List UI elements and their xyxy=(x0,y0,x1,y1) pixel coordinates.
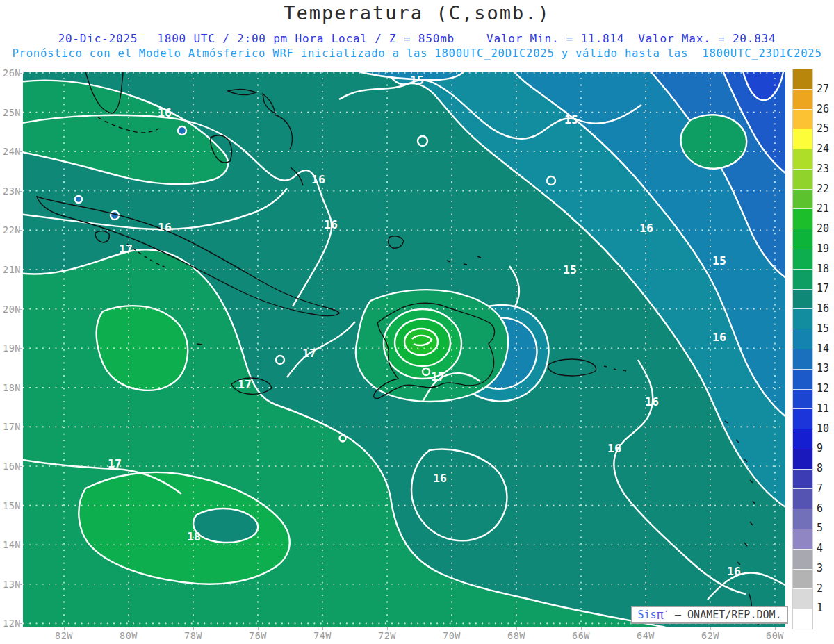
colorbar-swatch xyxy=(793,609,812,629)
colorbar-swatch xyxy=(793,408,812,429)
colorbar-tick-label: 16 xyxy=(817,302,829,315)
forecast-map: 1516151616161716151516171717161617161816… xyxy=(23,72,785,627)
colorbar-swatch xyxy=(793,449,812,469)
colorbar-tick-label: 8 xyxy=(817,462,823,474)
lon-axis-label: 78W xyxy=(178,630,208,641)
lon-axis-tick xyxy=(258,627,259,630)
colorbar-swatch xyxy=(793,488,812,509)
lat-axis-label: 19N xyxy=(0,342,21,354)
contour-label: 17 xyxy=(302,347,316,360)
forecast-run: 1800 UTC / 2:00 pm Hora Local / Z = 850m… xyxy=(138,32,455,45)
colorbar-tick-label: 18 xyxy=(817,263,829,275)
contour-label: 16 xyxy=(158,106,172,119)
contour-label: 16 xyxy=(158,221,172,234)
colorbar-tick-label: 22 xyxy=(817,183,829,195)
forecast-date: 20-Dic-2025 xyxy=(58,32,138,45)
contour-label: 15 xyxy=(563,263,577,276)
contour-label: 16 xyxy=(639,222,653,235)
lat-axis-label: 23N xyxy=(0,185,21,197)
lat-axis-tick xyxy=(19,113,22,113)
contour-label: 16 xyxy=(712,331,726,344)
colorbar-tick-label: 2 xyxy=(817,582,823,595)
value-max: Valor Max. = 20.834 xyxy=(624,32,776,45)
lon-axis-label: 66W xyxy=(566,630,596,641)
colorbar-tick-label: 25 xyxy=(817,122,829,135)
lon-axis-label: 68W xyxy=(501,630,532,641)
colorbar-swatch xyxy=(793,149,812,169)
watermark-pi-icon: π xyxy=(657,608,664,622)
colorbar-tick-label: 11 xyxy=(817,402,829,415)
colorbar-tick-label: 7 xyxy=(817,482,823,495)
colorbar-swatch xyxy=(793,549,812,569)
lat-axis-tick xyxy=(19,388,22,388)
lat-axis-tick xyxy=(19,466,22,467)
contour-label: 16 xyxy=(727,565,741,578)
lon-axis-tick xyxy=(452,627,452,630)
lon-axis-tick xyxy=(322,627,323,630)
colorbar-swatch xyxy=(793,208,812,229)
colorbar-swatch xyxy=(793,89,812,109)
colorbar-swatch xyxy=(793,249,812,269)
colorbar-tick-label: 17 xyxy=(817,282,829,295)
colorbar-swatch xyxy=(793,189,812,209)
colorbar-tick-label: 14 xyxy=(817,342,829,355)
contour-label: 16 xyxy=(433,472,447,485)
lon-axis-label: 64W xyxy=(630,630,661,641)
lat-axis-tick xyxy=(19,73,22,74)
lon-axis-label: 74W xyxy=(307,630,338,641)
band-20-21-warm-core xyxy=(404,329,438,355)
colorbar-swatch xyxy=(793,169,812,189)
colorbar-tick-label: 19 xyxy=(817,242,829,255)
contour-label: 16 xyxy=(607,442,621,455)
lat-axis-tick xyxy=(19,230,22,231)
contour-label: 16 xyxy=(645,395,659,408)
temperature-field: 1516151616161716151516171717161617161816 xyxy=(23,72,785,627)
colorbar-swatch xyxy=(793,429,812,449)
value-min: Valor Min. = 11.814 xyxy=(455,32,624,45)
colorbar-swatch xyxy=(793,369,812,389)
contour-label: 16 xyxy=(311,173,325,186)
colorbar-tick-label: 9 xyxy=(817,442,823,454)
watermark-sis: Sis xyxy=(637,609,656,621)
lon-axis-tick xyxy=(710,627,711,630)
contour-label: 15 xyxy=(712,254,726,267)
colorbar-swatch xyxy=(793,129,812,149)
lat-axis-label: 24N xyxy=(0,146,21,157)
colorbar-tick-label: 6 xyxy=(817,502,823,515)
lon-axis-tick xyxy=(129,627,129,630)
colorbar-swatch xyxy=(793,469,812,489)
lat-axis-label: 14N xyxy=(0,539,21,550)
colorbar-swatch xyxy=(793,588,812,609)
forecast-header-line1: 20-Dic-20251800 UTC / 2:00 pm Hora Local… xyxy=(0,32,834,45)
band-17-18-upper-right xyxy=(681,115,747,168)
lat-axis-label: 20N xyxy=(0,304,21,315)
contour-label: 15 xyxy=(564,113,578,126)
watermark-accent: ´ xyxy=(664,610,669,620)
colorbar-swatch xyxy=(793,229,812,249)
lon-axis-label: 60W xyxy=(760,630,790,641)
colorbar-tick-label: 1 xyxy=(817,602,823,614)
colorbar-swatch xyxy=(793,289,812,309)
contour-label: 17 xyxy=(108,457,122,470)
lat-axis-tick xyxy=(19,584,22,585)
lat-axis-label: 21N xyxy=(0,264,21,275)
lat-axis-tick xyxy=(19,151,22,152)
colorbar-tick-label: 4 xyxy=(817,542,823,554)
contour-label: 16 xyxy=(324,218,338,231)
lon-axis-label: 72W xyxy=(372,630,402,641)
lon-axis-tick xyxy=(516,627,517,630)
contour-label: 15 xyxy=(410,74,424,87)
colorbar-tick-label: 20 xyxy=(817,222,829,235)
colorbar-swatch xyxy=(793,389,812,409)
watermark-text: – ONAMET/REP.DOM. xyxy=(669,609,782,621)
colorbar-swatch xyxy=(793,509,812,529)
lon-axis-label: 62W xyxy=(695,630,726,641)
lat-axis-label: 15N xyxy=(0,500,21,511)
colorbar-tick-label: 26 xyxy=(817,103,829,115)
colorbar-tick-label: 13 xyxy=(817,362,829,374)
lat-axis-tick xyxy=(19,427,22,427)
lat-axis-label: 12N xyxy=(0,618,21,629)
forecast-header-line2: Pronóstico con el Modelo Atmósferico WRF… xyxy=(0,47,834,60)
colorbar-swatch xyxy=(793,269,812,289)
lat-axis-label: 26N xyxy=(0,67,21,79)
